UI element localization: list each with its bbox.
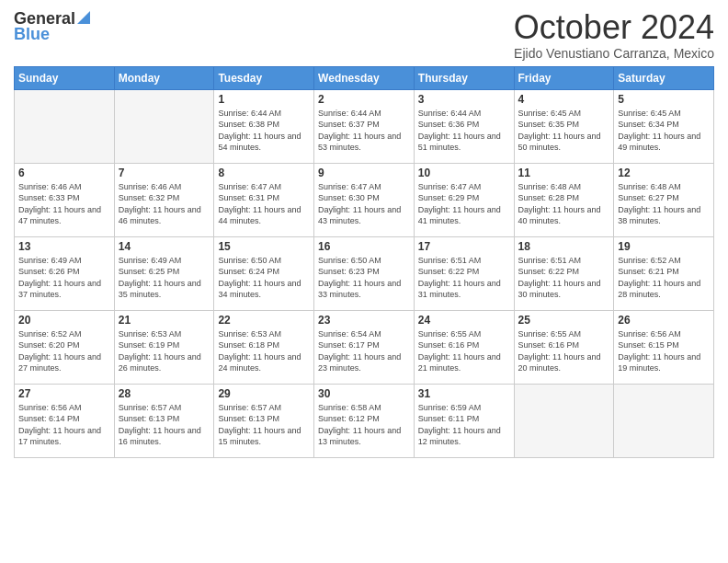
- cell-info: Sunrise: 6:51 AM Sunset: 6:22 PM Dayligh…: [418, 255, 510, 301]
- day-number: 5: [618, 93, 710, 106]
- cell-info: Sunrise: 6:45 AM Sunset: 6:34 PM Dayligh…: [618, 108, 710, 154]
- calendar-cell: 19 Sunrise: 6:52 AM Sunset: 6:21 PM Dayl…: [614, 236, 714, 310]
- cell-info: Sunrise: 6:50 AM Sunset: 6:24 PM Dayligh…: [218, 255, 310, 301]
- calendar-header-thursday: Thursday: [414, 66, 514, 89]
- calendar-cell: 18 Sunrise: 6:51 AM Sunset: 6:22 PM Dayl…: [514, 236, 614, 310]
- cell-info: Sunrise: 6:47 AM Sunset: 6:31 PM Dayligh…: [218, 181, 310, 227]
- cell-info: Sunrise: 6:47 AM Sunset: 6:30 PM Dayligh…: [318, 181, 410, 227]
- day-number: 22: [218, 314, 310, 327]
- cell-info: Sunrise: 6:53 AM Sunset: 6:18 PM Dayligh…: [218, 328, 310, 374]
- day-number: 20: [18, 314, 110, 327]
- cell-info: Sunrise: 6:57 AM Sunset: 6:13 PM Dayligh…: [119, 402, 210, 448]
- day-number: 10: [418, 167, 510, 179]
- day-number: 23: [318, 314, 410, 327]
- calendar-cell: 14 Sunrise: 6:49 AM Sunset: 6:25 PM Dayl…: [114, 236, 214, 310]
- cell-info: Sunrise: 6:49 AM Sunset: 6:25 PM Dayligh…: [119, 255, 210, 301]
- calendar-week-3: 20 Sunrise: 6:52 AM Sunset: 6:20 PM Dayl…: [15, 310, 714, 384]
- cell-info: Sunrise: 6:46 AM Sunset: 6:32 PM Dayligh…: [119, 181, 210, 227]
- logo: General Blue: [14, 9, 90, 44]
- month-title: October 2024: [514, 9, 714, 46]
- calendar-cell: 1 Sunrise: 6:44 AM Sunset: 6:38 PM Dayli…: [214, 89, 314, 163]
- svg-marker-0: [77, 11, 90, 24]
- day-number: 27: [18, 387, 110, 400]
- calendar-cell: 22 Sunrise: 6:53 AM Sunset: 6:18 PM Dayl…: [214, 310, 314, 384]
- cell-info: Sunrise: 6:55 AM Sunset: 6:16 PM Dayligh…: [518, 328, 610, 374]
- calendar-cell: 24 Sunrise: 6:55 AM Sunset: 6:16 PM Dayl…: [414, 310, 514, 384]
- cell-info: Sunrise: 6:55 AM Sunset: 6:16 PM Dayligh…: [418, 328, 510, 374]
- cell-info: Sunrise: 6:48 AM Sunset: 6:27 PM Dayligh…: [618, 181, 710, 227]
- cell-info: Sunrise: 6:47 AM Sunset: 6:29 PM Dayligh…: [418, 181, 510, 227]
- calendar-cell: [114, 89, 214, 163]
- cell-info: Sunrise: 6:45 AM Sunset: 6:35 PM Dayligh…: [518, 108, 610, 154]
- day-number: 21: [119, 314, 210, 327]
- header: General Blue October 2024 Ejido Venustia…: [14, 9, 714, 61]
- day-number: 28: [119, 387, 210, 400]
- calendar-week-2: 13 Sunrise: 6:49 AM Sunset: 6:26 PM Dayl…: [15, 236, 714, 310]
- cell-info: Sunrise: 6:56 AM Sunset: 6:14 PM Dayligh…: [18, 402, 110, 448]
- calendar-cell: 5 Sunrise: 6:45 AM Sunset: 6:34 PM Dayli…: [614, 89, 714, 163]
- location-title: Ejido Venustiano Carranza, Mexico: [514, 46, 714, 61]
- day-number: 9: [318, 167, 410, 179]
- cell-info: Sunrise: 6:49 AM Sunset: 6:26 PM Dayligh…: [18, 255, 110, 301]
- calendar-cell: 27 Sunrise: 6:56 AM Sunset: 6:14 PM Dayl…: [15, 384, 115, 457]
- calendar-header-saturday: Saturday: [614, 66, 714, 89]
- cell-info: Sunrise: 6:46 AM Sunset: 6:33 PM Dayligh…: [18, 181, 110, 227]
- calendar-cell: 16 Sunrise: 6:50 AM Sunset: 6:23 PM Dayl…: [314, 236, 415, 310]
- calendar-cell: 8 Sunrise: 6:47 AM Sunset: 6:31 PM Dayli…: [214, 163, 314, 236]
- calendar-header-sunday: Sunday: [15, 66, 115, 89]
- day-number: 4: [518, 93, 610, 106]
- calendar-cell: 12 Sunrise: 6:48 AM Sunset: 6:27 PM Dayl…: [614, 163, 714, 236]
- day-number: 11: [518, 167, 610, 179]
- day-number: 29: [218, 387, 310, 400]
- calendar-header-row: SundayMondayTuesdayWednesdayThursdayFrid…: [15, 66, 714, 89]
- calendar-cell: 9 Sunrise: 6:47 AM Sunset: 6:30 PM Dayli…: [314, 163, 415, 236]
- day-number: 25: [518, 314, 610, 327]
- calendar-header-monday: Monday: [114, 66, 214, 89]
- cell-info: Sunrise: 6:48 AM Sunset: 6:28 PM Dayligh…: [518, 181, 610, 227]
- calendar-table: SundayMondayTuesdayWednesdayThursdayFrid…: [14, 66, 714, 458]
- calendar-cell: 3 Sunrise: 6:44 AM Sunset: 6:36 PM Dayli…: [414, 89, 514, 163]
- calendar-week-1: 6 Sunrise: 6:46 AM Sunset: 6:33 PM Dayli…: [15, 163, 714, 236]
- day-number: 16: [318, 240, 410, 253]
- day-number: 19: [618, 240, 710, 253]
- calendar-cell: 10 Sunrise: 6:47 AM Sunset: 6:29 PM Dayl…: [414, 163, 514, 236]
- day-number: 30: [318, 387, 410, 400]
- day-number: 24: [418, 314, 510, 327]
- page: General Blue October 2024 Ejido Venustia…: [0, 0, 728, 563]
- calendar-cell: 21 Sunrise: 6:53 AM Sunset: 6:19 PM Dayl…: [114, 310, 214, 384]
- calendar-cell: 2 Sunrise: 6:44 AM Sunset: 6:37 PM Dayli…: [314, 89, 415, 163]
- cell-info: Sunrise: 6:44 AM Sunset: 6:37 PM Dayligh…: [318, 108, 410, 154]
- logo-blue-text: Blue: [14, 25, 50, 44]
- calendar-week-4: 27 Sunrise: 6:56 AM Sunset: 6:14 PM Dayl…: [15, 384, 714, 457]
- calendar-week-0: 1 Sunrise: 6:44 AM Sunset: 6:38 PM Dayli…: [15, 89, 714, 163]
- cell-info: Sunrise: 6:59 AM Sunset: 6:11 PM Dayligh…: [418, 402, 510, 448]
- cell-info: Sunrise: 6:53 AM Sunset: 6:19 PM Dayligh…: [119, 328, 210, 374]
- calendar-cell: 11 Sunrise: 6:48 AM Sunset: 6:28 PM Dayl…: [514, 163, 614, 236]
- calendar-cell: 29 Sunrise: 6:57 AM Sunset: 6:13 PM Dayl…: [214, 384, 314, 457]
- title-section: October 2024 Ejido Venustiano Carranza, …: [514, 9, 714, 61]
- calendar-cell: 15 Sunrise: 6:50 AM Sunset: 6:24 PM Dayl…: [214, 236, 314, 310]
- cell-info: Sunrise: 6:44 AM Sunset: 6:38 PM Dayligh…: [218, 108, 310, 154]
- cell-info: Sunrise: 6:57 AM Sunset: 6:13 PM Dayligh…: [218, 402, 310, 448]
- cell-info: Sunrise: 6:54 AM Sunset: 6:17 PM Dayligh…: [318, 328, 410, 374]
- day-number: 13: [18, 240, 110, 253]
- day-number: 12: [618, 167, 710, 179]
- day-number: 31: [418, 387, 510, 400]
- day-number: 8: [218, 167, 310, 179]
- calendar-cell: 30 Sunrise: 6:58 AM Sunset: 6:12 PM Dayl…: [314, 384, 415, 457]
- day-number: 18: [518, 240, 610, 253]
- calendar-cell: [15, 89, 115, 163]
- day-number: 14: [119, 240, 210, 253]
- cell-info: Sunrise: 6:58 AM Sunset: 6:12 PM Dayligh…: [318, 402, 410, 448]
- cell-info: Sunrise: 6:44 AM Sunset: 6:36 PM Dayligh…: [418, 108, 510, 154]
- day-number: 1: [218, 93, 310, 106]
- cell-info: Sunrise: 6:51 AM Sunset: 6:22 PM Dayligh…: [518, 255, 610, 301]
- calendar-cell: 13 Sunrise: 6:49 AM Sunset: 6:26 PM Dayl…: [15, 236, 115, 310]
- calendar-header-wednesday: Wednesday: [314, 66, 415, 89]
- calendar-cell: 7 Sunrise: 6:46 AM Sunset: 6:32 PM Dayli…: [114, 163, 214, 236]
- calendar-cell: 26 Sunrise: 6:56 AM Sunset: 6:15 PM Dayl…: [614, 310, 714, 384]
- day-number: 26: [618, 314, 710, 327]
- calendar-cell: [514, 384, 614, 457]
- calendar-cell: 25 Sunrise: 6:55 AM Sunset: 6:16 PM Dayl…: [514, 310, 614, 384]
- calendar-cell: 28 Sunrise: 6:57 AM Sunset: 6:13 PM Dayl…: [114, 384, 214, 457]
